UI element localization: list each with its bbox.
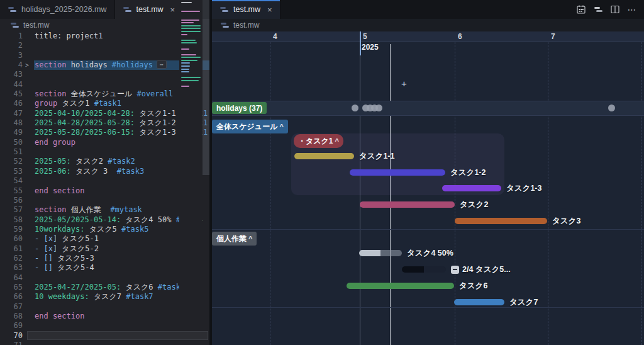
code-line[interactable]: 43: [0, 70, 209, 79]
bar-label-text: タスク1-2: [450, 167, 486, 178]
code-line[interactable]: 56: [0, 196, 209, 205]
code-line[interactable]: 70: [0, 331, 209, 341]
code-line[interactable]: 582025-05/2025-05-14: タスク4 50% #task4: [0, 215, 209, 225]
code-line[interactable]: 44: [0, 80, 209, 89]
tab-holidays-file[interactable]: holidays_2025-2026.mw: [0, 0, 115, 19]
bar-label-text: タスク2: [460, 200, 488, 210]
code-token: #task1: [94, 99, 121, 108]
code-line[interactable]: 482025-04-28/2025-05-28: タスク1-2 #task1: [0, 118, 209, 128]
code-token: #overall: [136, 89, 173, 98]
line-number: 58: [0, 215, 23, 225]
code-line[interactable]: 522025-05: タスク2 #task2: [0, 157, 209, 166]
minimap-line: [181, 2, 192, 3]
folded-region-placeholder[interactable]: ⋯: [157, 60, 167, 69]
code-line[interactable]: 57section 個人作業 #mytask: [0, 205, 209, 215]
holidays-section-row[interactable]: [212, 101, 644, 116]
code-token: タスク1-2: [135, 118, 180, 127]
code-line[interactable]: 4>section holidays #holidays⋯: [0, 60, 209, 70]
gantt-bar-task3[interactable]: [455, 218, 547, 224]
gantt-bar-task5[interactable]: [402, 266, 446, 273]
code-line[interactable]: 492025-05-28/2025-06-15: タスク1-3 #task1: [0, 128, 209, 137]
collapsed-event-dot[interactable]: [608, 105, 615, 111]
code-token: #task5: [121, 225, 148, 234]
code-line[interactable]: 67: [0, 302, 209, 312]
code-line[interactable]: 652025-04-27/2025-05: タスク6 #task6: [0, 283, 209, 292]
line-number: 63: [0, 263, 23, 273]
line-number: 68: [0, 312, 23, 321]
code-line[interactable]: 6610 weekdays: タスク7 #task7: [0, 292, 209, 302]
code-line[interactable]: 64: [0, 273, 209, 283]
code-line[interactable]: 60- [x] タスク5-1: [0, 234, 209, 244]
code-line[interactable]: 2: [0, 41, 209, 50]
code-token: 2025-05:: [35, 157, 71, 166]
tab-test-file-preview[interactable]: test.mw ×: [212, 0, 280, 19]
calendar-icon[interactable]: [575, 4, 587, 15]
line-number: 69: [0, 321, 23, 331]
code-line[interactable]: 63- [] タスク5-4: [0, 263, 209, 273]
tab-test-file-left[interactable]: test.mw ×: [115, 0, 184, 19]
section-badge-mytask[interactable]: 個人作業^: [212, 232, 257, 246]
breadcrumb[interactable]: test.mw: [212, 19, 644, 31]
code-token: タスク5-3: [53, 254, 94, 263]
code-line[interactable]: 62- [] タスク5-3: [0, 254, 209, 263]
gantt-bar-task7[interactable]: [454, 299, 504, 305]
gantt-bar-task1-2[interactable]: [350, 169, 445, 176]
code-line[interactable]: 54: [0, 176, 209, 186]
more-icon[interactable]: ⋯: [626, 4, 638, 15]
editor-scrollbar[interactable]: [203, 0, 209, 175]
minimap-line: [181, 37, 201, 38]
gantt-bar-task2[interactable]: [360, 201, 455, 208]
checklist-badge-icon[interactable]: [451, 266, 459, 274]
code-line[interactable]: 45section 全体スケジュール #overall: [0, 89, 209, 99]
code-line[interactable]: 472025-04-10/2025-04-28: タスク1-1 #task1: [0, 109, 209, 118]
minimap[interactable]: [179, 0, 203, 314]
timeline-preview[interactable]: 45672025+holidays (37)全体スケジュール^個人作業^・タスク…: [212, 31, 644, 345]
code-line[interactable]: 68end section: [0, 312, 209, 321]
code-editor[interactable]: 1title: project1234>section holidays #ho…: [0, 31, 209, 345]
line-number: 62: [0, 254, 23, 263]
gantt-bar-task4[interactable]: [359, 250, 402, 256]
gantt-bar-task6[interactable]: [347, 283, 454, 289]
year-label: 2025: [362, 43, 379, 52]
split-editor-icon[interactable]: [609, 4, 621, 15]
gantt-bar-task1-3[interactable]: [442, 185, 501, 191]
code-line[interactable]: 55end section: [0, 186, 209, 196]
code-line[interactable]: 61- [x] タスク5-2: [0, 244, 209, 254]
minimap-line: [181, 80, 199, 81]
left-tab-bar: holidays_2025-2026.mw test.mw × ⋯: [0, 0, 209, 19]
collapsed-event-dot[interactable]: [375, 105, 382, 111]
code-line[interactable]: 51: [0, 147, 209, 157]
code-line[interactable]: 3: [0, 51, 209, 60]
tab-close-icon[interactable]: ×: [170, 6, 175, 14]
breadcrumb-item[interactable]: test.mw: [233, 21, 259, 30]
code-line[interactable]: 1title: project1: [0, 31, 209, 41]
tab-label: test.mw: [136, 5, 164, 14]
code-token: タスク5-4: [53, 263, 94, 272]
breadcrumb-item[interactable]: test.mw: [23, 21, 49, 30]
section-badge-overall[interactable]: 全体スケジュール^: [212, 120, 288, 133]
code-token: 2025-06:: [35, 167, 71, 176]
code-token: - []: [35, 254, 53, 263]
code-line[interactable]: 46group タスク1 #task1: [0, 99, 209, 108]
bar-label-text: 2/4 タスク5...: [462, 264, 511, 275]
holidays-section-badge[interactable]: holidays (37): [212, 102, 267, 114]
line-number: 50: [0, 138, 23, 147]
minimap-line: [181, 71, 189, 72]
code-token: タスク2: [71, 157, 108, 166]
code-line[interactable]: 50end group: [0, 138, 209, 147]
code-token: #holidays: [112, 60, 153, 69]
tab-close-icon[interactable]: ×: [267, 6, 272, 14]
code-line[interactable]: 71: [0, 341, 209, 345]
collapsed-event-dot[interactable]: [352, 105, 358, 111]
group-badge-task1[interactable]: ・タスク1^: [294, 134, 343, 148]
code-line[interactable]: 69: [0, 321, 209, 331]
breadcrumb[interactable]: test.mw: [0, 19, 209, 31]
gantt-bar-task1-1[interactable]: [294, 153, 354, 159]
line-number: 57: [0, 205, 23, 215]
markwhen-icon[interactable]: [592, 4, 604, 15]
fold-chevron-icon[interactable]: >: [25, 60, 29, 70]
add-event-plus[interactable]: +: [401, 78, 407, 89]
code-line[interactable]: 532025-06: タスク 3 #task3: [0, 167, 209, 176]
line-number: 65: [0, 283, 23, 292]
code-line[interactable]: 5910workdays: タスク5 #task5: [0, 225, 209, 234]
